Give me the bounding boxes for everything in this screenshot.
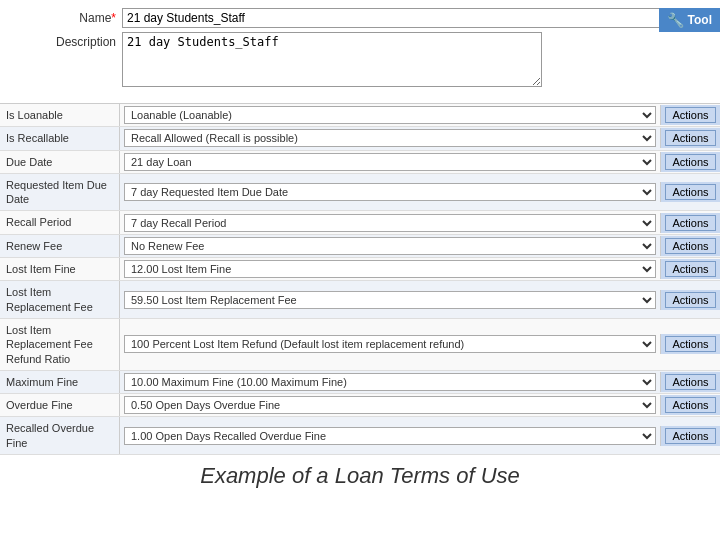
row-action-cell: Actions (660, 128, 720, 148)
row-label: Is Recallable (0, 127, 120, 149)
row-label: Due Date (0, 151, 120, 173)
row-select[interactable]: 0.50 Open Days Overdue Fine (124, 396, 656, 414)
row-select[interactable]: Recall Allowed (Recall is possible) (124, 129, 656, 147)
table-row: Renew Fee No Renew Fee Actions (0, 235, 720, 258)
row-label: Lost Item Replacement Fee Refund Ratio (0, 319, 120, 370)
description-textarea[interactable]: 21 day Students_Staff (122, 32, 542, 87)
actions-button[interactable]: Actions (665, 261, 716, 277)
table-row: Is Loanable Loanable (Loanable) Actions (0, 104, 720, 127)
row-select[interactable]: 10.00 Maximum Fine (10.00 Maximum Fine) (124, 373, 656, 391)
row-label: Is Loanable (0, 104, 120, 126)
name-label: Name* (12, 8, 122, 25)
table-row: Lost Item Replacement Fee 59.50 Lost Ite… (0, 281, 720, 319)
top-form-section: Name* Description 21 day Students_Staff (0, 0, 720, 99)
row-select[interactable]: 100 Percent Lost Item Refund (Default lo… (124, 335, 656, 353)
row-label: Lost Item Fine (0, 258, 120, 280)
row-label: Lost Item Replacement Fee (0, 281, 120, 318)
row-action-cell: Actions (660, 213, 720, 233)
row-select-cell: 12.00 Lost Item Fine (120, 258, 660, 280)
row-action-cell: Actions (660, 152, 720, 172)
row-action-cell: Actions (660, 182, 720, 202)
tool-button-label: Tool (688, 13, 712, 27)
actions-button[interactable]: Actions (665, 215, 716, 231)
row-action-cell: Actions (660, 236, 720, 256)
actions-button[interactable]: Actions (665, 397, 716, 413)
row-select-cell: 1.00 Open Days Recalled Overdue Fine (120, 425, 660, 447)
footer-example-text: Example of a Loan Terms of Use (0, 455, 720, 493)
table-row: Requested Item Due Date 7 day Requested … (0, 174, 720, 212)
table-row: Due Date 21 day Loan Actions (0, 151, 720, 174)
row-select[interactable]: 21 day Loan (124, 153, 656, 171)
table-row: Maximum Fine 10.00 Maximum Fine (10.00 M… (0, 371, 720, 394)
row-action-cell: Actions (660, 105, 720, 125)
row-select-cell: Loanable (Loanable) (120, 104, 660, 126)
row-select-cell: Recall Allowed (Recall is possible) (120, 127, 660, 149)
description-label: Description (12, 32, 122, 49)
actions-button[interactable]: Actions (665, 336, 716, 352)
tool-button[interactable]: 🔧 Tool (659, 8, 720, 32)
row-select[interactable]: 7 day Requested Item Due Date (124, 183, 656, 201)
name-required: * (111, 11, 116, 25)
row-select-cell: 10.00 Maximum Fine (10.00 Maximum Fine) (120, 371, 660, 393)
row-select-cell: 7 day Recall Period (120, 212, 660, 234)
actions-button[interactable]: Actions (665, 238, 716, 254)
row-select[interactable]: 12.00 Lost Item Fine (124, 260, 656, 278)
actions-button[interactable]: Actions (665, 428, 716, 444)
name-row: Name* (12, 8, 708, 28)
row-select[interactable]: 1.00 Open Days Recalled Overdue Fine (124, 427, 656, 445)
row-label: Recalled Overdue Fine (0, 417, 120, 454)
row-label: Overdue Fine (0, 394, 120, 416)
row-label: Requested Item Due Date (0, 174, 120, 211)
actions-button[interactable]: Actions (665, 107, 716, 123)
row-action-cell: Actions (660, 395, 720, 415)
row-label: Maximum Fine (0, 371, 120, 393)
actions-button[interactable]: Actions (665, 154, 716, 170)
actions-button[interactable]: Actions (665, 130, 716, 146)
actions-button[interactable]: Actions (665, 374, 716, 390)
row-select-cell: 0.50 Open Days Overdue Fine (120, 394, 660, 416)
row-action-cell: Actions (660, 259, 720, 279)
row-action-cell: Actions (660, 290, 720, 310)
description-row: Description 21 day Students_Staff (12, 32, 708, 87)
row-select[interactable]: Loanable (Loanable) (124, 106, 656, 124)
row-label: Recall Period (0, 211, 120, 233)
row-action-cell: Actions (660, 334, 720, 354)
table-row: Recalled Overdue Fine 1.00 Open Days Rec… (0, 417, 720, 455)
row-select-cell: No Renew Fee (120, 235, 660, 257)
row-select[interactable]: 59.50 Lost Item Replacement Fee (124, 291, 656, 309)
row-select-cell: 21 day Loan (120, 151, 660, 173)
actions-button[interactable]: Actions (665, 292, 716, 308)
table-row: Lost Item Replacement Fee Refund Ratio 1… (0, 319, 720, 371)
name-input[interactable] (122, 8, 708, 28)
table-row: Lost Item Fine 12.00 Lost Item Fine Acti… (0, 258, 720, 281)
row-label: Renew Fee (0, 235, 120, 257)
row-select[interactable]: 7 day Recall Period (124, 214, 656, 232)
table-row: Is Recallable Recall Allowed (Recall is … (0, 127, 720, 150)
row-select-cell: 59.50 Lost Item Replacement Fee (120, 289, 660, 311)
row-action-cell: Actions (660, 426, 720, 446)
tool-icon: 🔧 (667, 12, 684, 28)
row-select-cell: 7 day Requested Item Due Date (120, 181, 660, 203)
row-select[interactable]: No Renew Fee (124, 237, 656, 255)
row-select-cell: 100 Percent Lost Item Refund (Default lo… (120, 333, 660, 355)
actions-button[interactable]: Actions (665, 184, 716, 200)
table-row: Overdue Fine 0.50 Open Days Overdue Fine… (0, 394, 720, 417)
table-row: Recall Period 7 day Recall Period Action… (0, 211, 720, 234)
loan-terms-table: Is Loanable Loanable (Loanable) Actions … (0, 103, 720, 455)
row-action-cell: Actions (660, 372, 720, 392)
